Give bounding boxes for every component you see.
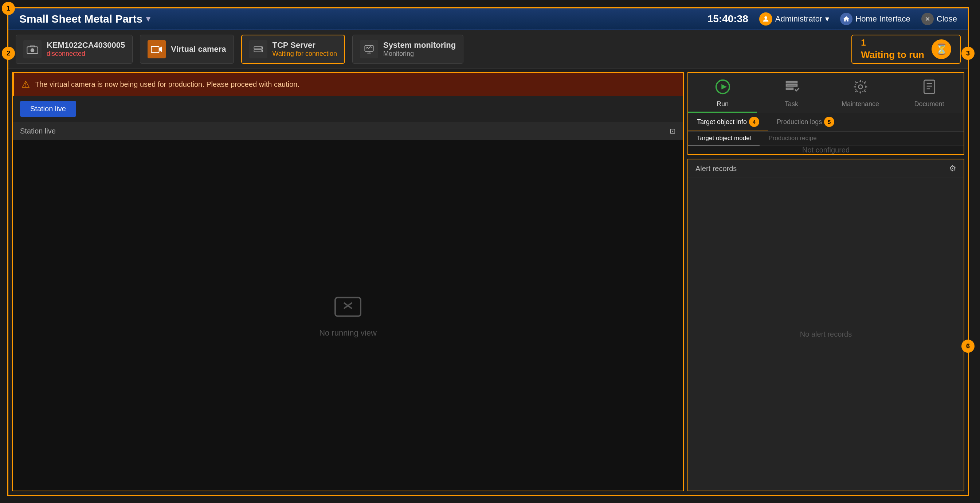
- badge-4: 4: [749, 117, 759, 127]
- warning-bar: ⚠ The virtual camera is now being used f…: [13, 73, 683, 96]
- home-button[interactable]: Home Interface: [840, 13, 910, 25]
- tab-run[interactable]: Run: [688, 73, 757, 113]
- alert-records-panel: Alert records ⚙ No alert records: [687, 159, 964, 491]
- no-alert-records-text: No alert records: [800, 330, 852, 339]
- sub-tab-production-label: Production logs: [777, 118, 822, 126]
- alert-records-header: Alert records ⚙: [688, 160, 964, 178]
- station-live-button[interactable]: Station live: [20, 101, 76, 117]
- system-monitoring-status: Monitoring: [383, 50, 456, 57]
- sub-tab-target-label: Target object info: [697, 118, 747, 126]
- tab-maintenance-label: Maintenance: [842, 100, 879, 108]
- waiting-number: 1: [861, 38, 865, 48]
- station-item-tcp-server[interactable]: TCP Server Waiting for connection: [241, 35, 345, 64]
- tab-document-label: Document: [914, 100, 944, 108]
- live-view-area: No running view: [13, 140, 683, 490]
- no-view-icon: [333, 293, 363, 323]
- live-header-text: Station live: [20, 127, 56, 135]
- sub-tab-production-logs[interactable]: Production logs 5: [768, 113, 843, 131]
- home-label: Home Interface: [855, 14, 910, 24]
- right-top-panel: Run Task: [687, 72, 964, 155]
- tcp-server-icon: [249, 40, 267, 58]
- camera-icon: [23, 40, 41, 58]
- svg-rect-3: [151, 46, 159, 53]
- tcp-server-status: Waiting for connection: [272, 50, 337, 57]
- tab-maintenance[interactable]: Maintenance: [826, 73, 895, 113]
- station-live-btn-row: Station live: [13, 96, 683, 122]
- left-panel: ⚠ The virtual camera is now being used f…: [12, 72, 684, 491]
- badge-6: 6: [961, 340, 975, 353]
- badge-3: 3: [961, 47, 975, 60]
- top-bar: Small Sheet Metal Parts ▾ 15:40:38 Admin…: [8, 8, 968, 30]
- station-item-system-monitoring[interactable]: System monitoring Monitoring: [352, 35, 463, 64]
- admin-chevron: ▾: [825, 14, 829, 24]
- not-configured-area: Not configured: [688, 146, 964, 154]
- right-panel: Run Task: [687, 72, 964, 491]
- svg-point-0: [764, 16, 767, 19]
- svg-rect-14: [924, 80, 934, 94]
- svg-point-6: [261, 47, 262, 48]
- close-button[interactable]: Close: [921, 13, 957, 25]
- badge-2: 2: [2, 47, 15, 60]
- waiting-section: 1 Waiting to run ⏳: [851, 35, 961, 64]
- svg-point-7: [261, 50, 262, 51]
- clock: 15:40:38: [708, 13, 748, 25]
- svg-point-2: [30, 48, 35, 52]
- system-monitoring-name: System monitoring: [383, 40, 456, 50]
- admin-button[interactable]: Administrator ▾: [759, 13, 830, 26]
- virtual-camera-icon: [148, 40, 166, 58]
- title-text: Small Sheet Metal Parts: [19, 13, 142, 25]
- warning-icon: ⚠: [21, 79, 30, 90]
- run-icon: [715, 79, 731, 98]
- sub-tab-target-object-info[interactable]: Target object info 4: [688, 113, 768, 131]
- main-window: 1 2 3 6 Small Sheet Metal Parts ▾ 15:40:…: [7, 7, 969, 496]
- sub-sub-tab-recipe[interactable]: Production recipe: [760, 132, 825, 145]
- station-bar: KEM1022CA4030005 disconnected Virtual ca…: [8, 30, 968, 69]
- alert-records-title: Alert records: [695, 164, 737, 173]
- top-bar-right: 15:40:38 Administrator ▾ Home Interface …: [708, 13, 957, 26]
- station-item-kem[interactable]: KEM1022CA4030005 disconnected: [16, 35, 133, 64]
- sub-sub-tab-model[interactable]: Target object model: [688, 132, 760, 145]
- main-content: ⚠ The virtual camera is now being used f…: [8, 69, 968, 495]
- live-header: Station live ⊡: [13, 122, 683, 140]
- badge-5: 5: [824, 117, 834, 127]
- app-title: Small Sheet Metal Parts ▾: [19, 13, 150, 25]
- waiting-icon: ⏳: [932, 39, 951, 59]
- virtual-camera-info: Virtual camera: [171, 45, 226, 54]
- sub-sub-tab-model-label: Target object model: [697, 134, 751, 142]
- home-icon: [840, 13, 853, 25]
- warning-text: The virtual camera is now being used for…: [35, 80, 299, 89]
- sub-tabs-row: Target object info 4 Production logs 5: [688, 113, 964, 132]
- kem-status: disconnected: [47, 50, 125, 57]
- title-chevron: ▾: [146, 14, 150, 24]
- not-configured-text: Not configured: [802, 146, 850, 154]
- tab-task[interactable]: Task: [757, 73, 826, 113]
- kem-name: KEM1022CA4030005: [47, 40, 125, 50]
- tab-document[interactable]: Document: [895, 73, 964, 113]
- system-monitoring-info: System monitoring Monitoring: [383, 40, 456, 57]
- maintenance-icon: [853, 79, 869, 98]
- sub-sub-tab-recipe-label: Production recipe: [768, 134, 816, 142]
- admin-label: Administrator: [775, 14, 822, 24]
- svg-marker-11: [721, 84, 727, 90]
- tcp-server-name: TCP Server: [272, 40, 337, 50]
- expand-icon[interactable]: ⊡: [670, 126, 676, 135]
- svg-point-12: [858, 85, 862, 89]
- system-monitoring-icon: [360, 40, 378, 58]
- close-label: Close: [937, 14, 957, 24]
- document-icon: [921, 79, 937, 98]
- right-tab-icons-row: Run Task: [688, 73, 964, 113]
- tcp-server-info: TCP Server Waiting for connection: [272, 40, 337, 57]
- svg-rect-9: [335, 298, 361, 316]
- kem-info: KEM1022CA4030005 disconnected: [47, 40, 125, 57]
- no-view-text: No running view: [319, 328, 377, 338]
- tab-task-label: Task: [785, 100, 798, 108]
- alert-records-settings-icon[interactable]: ⚙: [949, 164, 956, 173]
- sub-sub-tabs-row: Target object model Production recipe: [688, 132, 964, 146]
- station-item-virtual-camera[interactable]: Virtual camera: [140, 35, 234, 64]
- virtual-camera-name: Virtual camera: [171, 45, 226, 54]
- tab-run-label: Run: [717, 100, 729, 108]
- svg-point-13: [855, 81, 865, 92]
- task-icon: [784, 79, 800, 98]
- alert-records-body: No alert records: [688, 178, 964, 490]
- close-icon: [921, 13, 934, 25]
